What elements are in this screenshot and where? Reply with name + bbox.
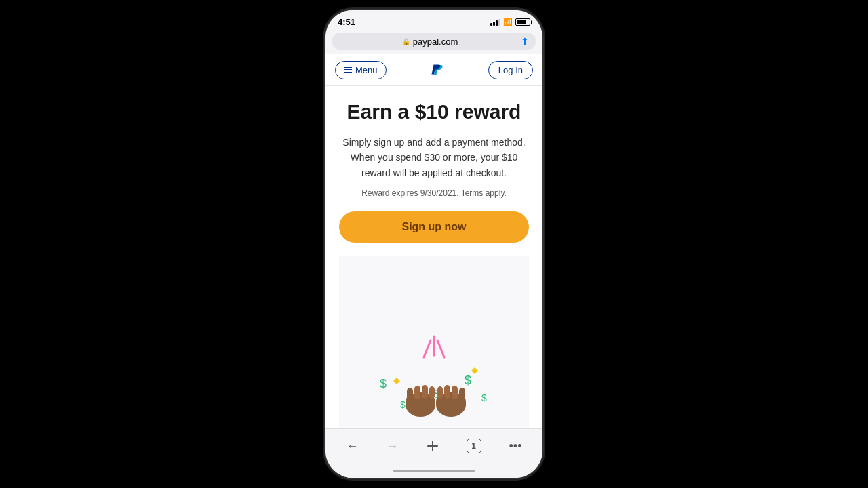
svg-rect-22: [459, 388, 465, 400]
svg-marker-6: [471, 367, 478, 374]
expiry-text: Reward expires 9/30/2021. Terms apply.: [361, 188, 507, 198]
url-bar[interactable]: 🔒 paypal.com ⬆: [332, 33, 536, 50]
home-bar: [393, 470, 475, 472]
lock-icon: 🔒: [402, 38, 410, 45]
headline: Earn a $10 reward: [347, 100, 521, 124]
svg-rect-13: [407, 388, 413, 400]
svg-rect-14: [414, 386, 420, 399]
wifi-icon: 📶: [503, 18, 513, 26]
svg-rect-19: [437, 386, 443, 399]
svg-rect-20: [444, 385, 450, 399]
more-button[interactable]: •••: [504, 436, 528, 456]
reward-illustration: $ $ $ $ $: [366, 320, 502, 428]
browser-bar: 🔒 paypal.com ⬆: [326, 30, 542, 54]
tab-switcher-button[interactable]: 1: [461, 436, 487, 456]
status-bar: 4:51 📶: [326, 10, 542, 30]
bottom-toolbar: ← → 1 •••: [326, 428, 542, 467]
svg-text:$: $: [465, 373, 471, 387]
nav-bar: Menu Log In: [326, 54, 542, 86]
svg-rect-16: [429, 386, 435, 399]
main-content: Earn a $10 reward Simply sign up and add…: [326, 86, 542, 428]
url-text: paypal.com: [413, 37, 458, 47]
login-button[interactable]: Log In: [488, 61, 533, 79]
more-icon: •••: [509, 439, 522, 453]
status-time: 4:51: [338, 17, 355, 27]
svg-text:$: $: [481, 392, 487, 403]
back-button[interactable]: ←: [341, 436, 364, 456]
share-icon[interactable]: ⬆: [521, 36, 529, 47]
svg-line-9: [437, 340, 444, 357]
status-icons: 📶: [490, 18, 530, 26]
svg-text:$: $: [380, 377, 387, 390]
menu-label: Menu: [355, 65, 378, 75]
svg-rect-21: [452, 386, 458, 399]
svg-rect-15: [422, 385, 428, 399]
svg-text:$: $: [400, 399, 406, 410]
tab-count: 1: [467, 439, 481, 453]
illustration: $ $ $ $ $: [339, 256, 529, 428]
plus-icon: [427, 440, 439, 452]
phone-frame: 4:51 📶 🔒 paypal.com ⬆: [326, 10, 542, 478]
menu-button[interactable]: Menu: [335, 61, 387, 79]
hamburger-icon: [344, 67, 352, 73]
signup-button[interactable]: Sign up now: [339, 211, 529, 243]
description: Simply sign up and add a payment method.…: [339, 135, 529, 180]
battery-icon: [515, 18, 530, 26]
forward-button: →: [381, 436, 404, 456]
signal-icon: [490, 19, 500, 26]
svg-line-8: [424, 340, 431, 357]
add-tab-button[interactable]: [421, 437, 444, 455]
home-indicator: [326, 467, 542, 478]
svg-marker-5: [393, 378, 400, 384]
paypal-logo: [427, 60, 448, 80]
login-label: Log In: [498, 65, 523, 75]
